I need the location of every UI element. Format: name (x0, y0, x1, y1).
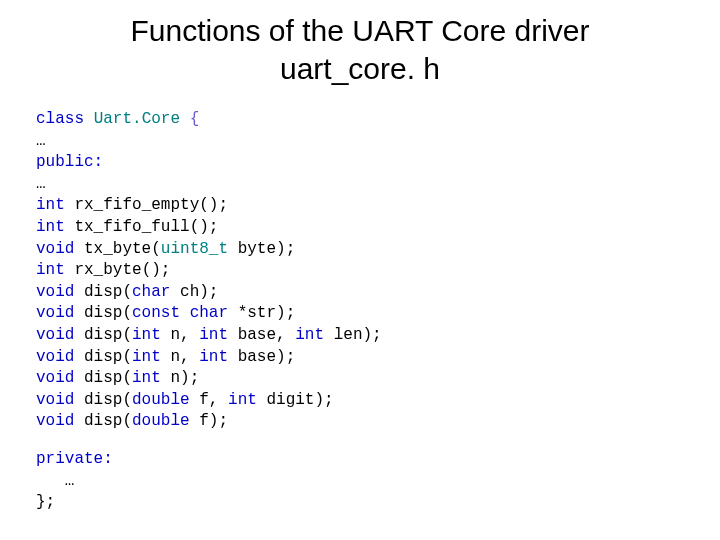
kw-double: double (132, 412, 190, 430)
code-line-10: void disp(const char *str); (36, 304, 295, 322)
kw-void: void (36, 283, 74, 301)
brace-open: { (190, 110, 200, 128)
kw-void: void (36, 348, 74, 366)
code-text: len); (324, 326, 382, 344)
title-line-2: uart_core. h (36, 50, 684, 88)
kw-void: void (36, 412, 74, 430)
code-text: f, (190, 391, 228, 409)
code-line-11: void disp(int n, int base, int len); (36, 326, 382, 344)
code-text: rx_byte(); (65, 261, 171, 279)
code-line-3: public: (36, 153, 103, 171)
code-line-18: … (36, 472, 74, 490)
kw-int: int (132, 326, 161, 344)
kw-void: void (36, 391, 74, 409)
code-line-4: … (36, 175, 46, 193)
code-text: byte); (228, 240, 295, 258)
code-text: disp( (74, 304, 132, 322)
code-text: n); (161, 369, 199, 387)
code-line-2: … (36, 132, 46, 150)
code-line-13: void disp(int n); (36, 369, 199, 387)
code-text: n, (161, 348, 199, 366)
kw-int: int (36, 261, 65, 279)
title-line-1: Functions of the UART Core driver (36, 12, 684, 50)
kw-int: int (132, 348, 161, 366)
kw-int: int (132, 369, 161, 387)
code-text: base, (228, 326, 295, 344)
kw-char: char (132, 283, 170, 301)
code-line-19: }; (36, 493, 55, 511)
type-uint8: uint8_t (161, 240, 228, 258)
kw-public: public: (36, 153, 103, 171)
class-name: Uart.Core (94, 110, 180, 128)
code-text: ch); (170, 283, 218, 301)
code-line-7: void tx_byte(uint8_t byte); (36, 240, 295, 258)
title-block: Functions of the UART Core driver uart_c… (36, 12, 684, 87)
code-text: f); (190, 412, 228, 430)
code-line-6: int tx_fifo_full(); (36, 218, 218, 236)
kw-int: int (199, 348, 228, 366)
kw-int: int (228, 391, 257, 409)
code-line-17: private: (36, 450, 113, 468)
code-line-1: class Uart.Core { (36, 110, 199, 128)
kw-int: int (36, 218, 65, 236)
kw-double: double (132, 391, 190, 409)
code-line-15: void disp(double f); (36, 412, 228, 430)
kw-void: void (36, 240, 74, 258)
code-text: tx_fifo_full(); (65, 218, 219, 236)
blank-line (36, 433, 684, 449)
code-text: digit); (257, 391, 334, 409)
kw-constchar: const char (132, 304, 228, 322)
kw-class: class (36, 110, 84, 128)
code-text: disp( (74, 369, 132, 387)
code-text: disp( (74, 283, 132, 301)
code-text: n, (161, 326, 199, 344)
kw-void: void (36, 304, 74, 322)
kw-int: int (295, 326, 324, 344)
kw-int: int (199, 326, 228, 344)
kw-void: void (36, 326, 74, 344)
code-text: tx_byte( (74, 240, 160, 258)
code-text: disp( (74, 412, 132, 430)
code-text: disp( (74, 348, 132, 366)
slide: Functions of the UART Core driver uart_c… (0, 0, 720, 540)
code-text: disp( (74, 391, 132, 409)
code-block: class Uart.Core { … public: … int rx_fif… (36, 109, 684, 514)
kw-void: void (36, 369, 74, 387)
code-text: disp( (74, 326, 132, 344)
code-text: base); (228, 348, 295, 366)
code-line-12: void disp(int n, int base); (36, 348, 295, 366)
code-text: rx_fifo_empty(); (65, 196, 228, 214)
kw-int: int (36, 196, 65, 214)
code-line-9: void disp(char ch); (36, 283, 218, 301)
code-line-5: int rx_fifo_empty(); (36, 196, 228, 214)
kw-private: private: (36, 450, 113, 468)
code-line-8: int rx_byte(); (36, 261, 170, 279)
code-line-14: void disp(double f, int digit); (36, 391, 334, 409)
code-text: *str); (228, 304, 295, 322)
